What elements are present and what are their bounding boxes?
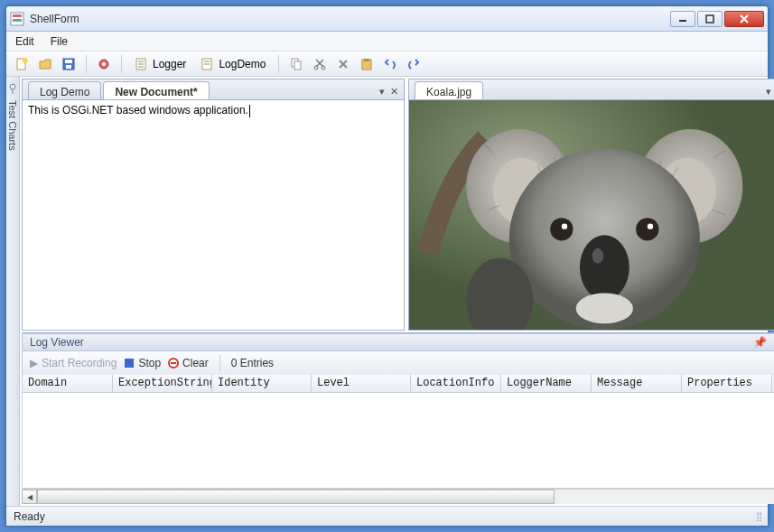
toolbar: Logger LogDemo — [6, 51, 768, 77]
svg-point-46 — [576, 294, 633, 324]
svg-point-43 — [636, 218, 658, 240]
title-bar[interactable]: ShellForm — [6, 6, 768, 32]
image-pane: Koala.jpg ▾ ✕ — [408, 79, 774, 331]
window-title: ShellForm — [30, 13, 670, 25]
col-logger[interactable]: LoggerName — [501, 375, 592, 392]
log-grid-body[interactable] — [22, 393, 774, 489]
play-icon: ▶ — [30, 357, 38, 369]
minimize-button[interactable] — [670, 11, 695, 27]
logdemo-button[interactable]: LogDemo — [195, 54, 271, 74]
status-bar: Ready ⣿ — [6, 506, 768, 526]
svg-rect-4 — [706, 15, 713, 23]
logdemo-label: LogDemo — [219, 58, 266, 70]
svg-point-13 — [102, 62, 106, 66]
col-level[interactable]: Level — [312, 375, 411, 392]
tab-menu-icon[interactable]: ▾ — [766, 86, 771, 98]
tab-new-document[interactable]: New Document* — [103, 81, 209, 99]
svg-rect-30 — [364, 59, 369, 61]
tab-close-icon[interactable]: ✕ — [390, 86, 398, 98]
svg-point-8 — [23, 58, 28, 63]
log-viewer-title: Log Viewer — [30, 336, 84, 349]
menu-edit[interactable]: Edit — [15, 35, 34, 48]
log-viewer-toolbar: ▶ Start Recording Stop Clear 0 Entries — [22, 351, 774, 375]
stop-icon — [124, 358, 135, 369]
menu-bar: Edit File — [6, 32, 768, 51]
col-location[interactable]: LocationInfo — [411, 375, 501, 392]
logger-label: Logger — [153, 58, 186, 70]
svg-point-31 — [10, 84, 15, 89]
entries-count: 0 Entries — [231, 357, 274, 369]
logger-button[interactable]: Logger — [129, 54, 191, 74]
col-message[interactable]: Message — [592, 375, 682, 392]
copy-button[interactable] — [286, 54, 306, 74]
tab-menu-icon[interactable]: ▾ — [379, 86, 385, 98]
svg-point-45 — [648, 223, 653, 229]
stop-button[interactable]: Stop — [124, 357, 161, 369]
editor-text: This is OSGi.NET based windows applicati… — [28, 104, 248, 117]
svg-point-42 — [550, 218, 573, 240]
image-tabstrip: Koala.jpg ▾ ✕ — [409, 79, 774, 99]
redo-button[interactable] — [404, 54, 424, 74]
text-cursor — [249, 105, 250, 117]
svg-rect-2 — [13, 19, 22, 22]
pin-icon — [6, 82, 19, 95]
svg-rect-11 — [66, 65, 71, 69]
undo-button[interactable] — [380, 54, 400, 74]
menu-file[interactable]: File — [51, 35, 68, 48]
scroll-track[interactable] — [37, 490, 774, 504]
cut-button[interactable] — [310, 54, 330, 74]
col-exception[interactable]: ExceptionString — [113, 375, 212, 392]
log-grid-header[interactable]: Domain ExceptionString Identity Level Lo… — [22, 375, 774, 393]
scroll-thumb[interactable] — [37, 490, 555, 504]
svg-rect-22 — [294, 61, 301, 70]
editor-body[interactable]: This is OSGi.NET based windows applicati… — [23, 99, 404, 330]
delete-button[interactable] — [333, 54, 353, 74]
log-viewer-header[interactable]: Log Viewer 📌 ✕ — [22, 333, 774, 351]
paste-button[interactable] — [357, 54, 377, 74]
resize-grip[interactable]: ⣿ — [756, 511, 760, 521]
col-properties[interactable]: Properties — [682, 375, 772, 392]
col-domain[interactable]: Domain — [23, 375, 113, 392]
log-viewer-panel: Log Viewer 📌 ✕ ▶ Start Recording Stop — [22, 332, 774, 504]
new-button[interactable] — [12, 54, 32, 74]
close-button[interactable] — [724, 11, 764, 27]
plugin-button[interactable] — [94, 54, 114, 74]
editor-tabstrip: Log Demo New Document* ▾ ✕ — [23, 79, 404, 99]
svg-rect-55 — [125, 359, 134, 368]
svg-point-41 — [592, 248, 604, 264]
tab-koala[interactable]: Koala.jpg — [415, 81, 483, 99]
status-text: Ready — [14, 510, 45, 523]
svg-rect-10 — [65, 60, 72, 63]
start-recording-button[interactable]: ▶ Start Recording — [30, 357, 117, 369]
svg-point-44 — [562, 223, 567, 229]
clear-button[interactable]: Clear — [168, 357, 209, 369]
horizontal-scrollbar[interactable]: ◀ ▶ — [22, 489, 774, 504]
image-viewer[interactable] — [409, 100, 774, 330]
col-identity[interactable]: Identity — [212, 375, 312, 392]
side-tab-label: Test Charts — [7, 100, 18, 151]
pin-icon[interactable]: 📌 — [753, 336, 767, 349]
tab-log-demo[interactable]: Log Demo — [28, 81, 101, 99]
editor-pane: Log Demo New Document* ▾ ✕ This is OSGi.… — [22, 79, 405, 331]
clear-icon — [168, 358, 179, 369]
save-button[interactable] — [59, 54, 79, 74]
side-tab-test-charts[interactable]: Test Charts — [6, 77, 20, 506]
svg-point-40 — [580, 235, 629, 300]
open-button[interactable] — [35, 54, 55, 74]
svg-rect-1 — [13, 14, 22, 17]
maximize-button[interactable] — [697, 11, 723, 27]
work-area: Test Charts Log Demo New Document* ▾ ✕ — [6, 77, 768, 506]
app-window: ShellForm Edit File Logger LogDemo — [5, 5, 769, 527]
app-icon — [10, 12, 24, 26]
scroll-left-arrow[interactable]: ◀ — [22, 490, 37, 504]
